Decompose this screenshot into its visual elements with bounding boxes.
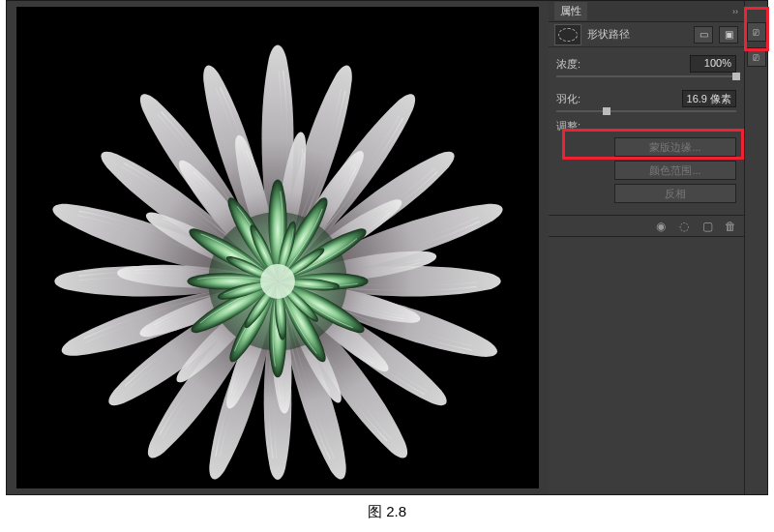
toggle-visibility-icon[interactable]: ◉ xyxy=(653,220,669,233)
delete-mask-icon[interactable]: 🗑 xyxy=(723,220,738,233)
feather-slider[interactable] xyxy=(556,110,736,112)
density-label: 浓度: xyxy=(556,57,580,72)
properties-panel: 属性 ›› 形状路径 ▭ ▣ 浓度: 100% xyxy=(549,1,744,494)
apply-mask-icon[interactable]: ▢ xyxy=(700,220,715,233)
canvas-area xyxy=(7,1,549,494)
invert-button[interactable]: 反相 xyxy=(614,184,736,203)
mask-edge-button[interactable]: 蒙版边缘... xyxy=(614,137,736,157)
dock-icon-2[interactable]: ⎚ xyxy=(747,47,766,67)
mask-type-label: 形状路径 xyxy=(587,27,630,42)
dock-icon-1[interactable]: ⎚ xyxy=(747,22,766,42)
density-slider[interactable] xyxy=(556,75,736,77)
dock-strip: ⎚ ⎚ xyxy=(744,1,767,494)
mask-thumbnail-icon[interactable] xyxy=(554,24,581,45)
mask-mode-button-1[interactable]: ▭ xyxy=(694,26,713,44)
panel-footer: ◉ ◌ ▢ 🗑 xyxy=(549,215,744,236)
feather-row: 羽化: 16.9 像素 xyxy=(556,88,736,109)
canvas[interactable] xyxy=(16,7,539,488)
color-range-button[interactable]: 颜色范围... xyxy=(614,161,736,180)
mask-mode-button-2[interactable]: ▣ xyxy=(719,26,738,44)
collapse-icon[interactable]: ›› xyxy=(732,7,738,16)
figure-caption: 图 2.8 xyxy=(0,495,774,521)
adjust-heading: 调整: xyxy=(556,119,736,133)
flower-image xyxy=(16,7,539,488)
panel-header[interactable]: 属性 ›› xyxy=(549,1,744,22)
density-slider-thumb[interactable] xyxy=(732,73,740,80)
feather-label: 羽化: xyxy=(556,92,580,106)
feather-slider-thumb[interactable] xyxy=(603,107,610,115)
svg-point-2 xyxy=(260,264,295,299)
mask-type-row: 形状路径 ▭ ▣ xyxy=(549,22,744,47)
density-row: 浓度: 100% xyxy=(556,53,736,74)
feather-value[interactable]: 16.9 像素 xyxy=(682,90,736,107)
panel-title: 属性 xyxy=(554,2,587,20)
load-selection-icon[interactable]: ◌ xyxy=(676,220,692,233)
density-value[interactable]: 100% xyxy=(690,55,736,73)
app-window: 属性 ›› 形状路径 ▭ ▣ 浓度: 100% xyxy=(6,0,768,495)
